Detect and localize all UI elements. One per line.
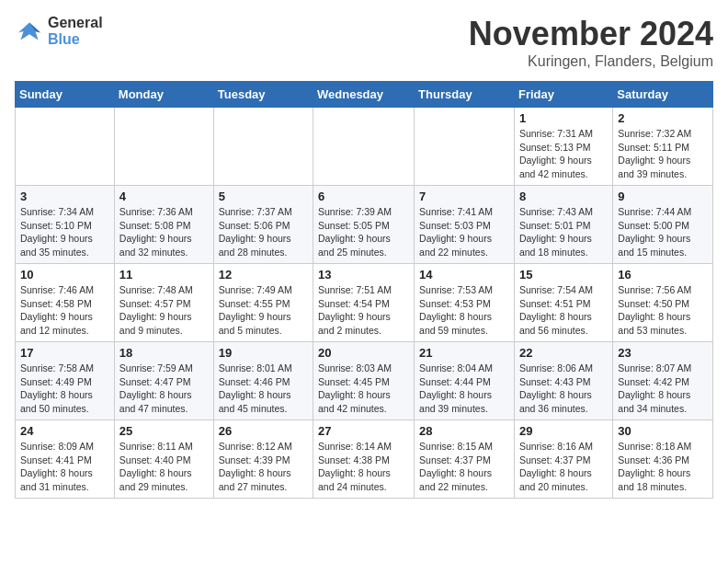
day-info: Sunrise: 7:51 AM Sunset: 4:54 PM Dayligh… (318, 283, 409, 338)
day-of-week-header: Sunday (16, 82, 115, 108)
calendar-cell: 17Sunrise: 7:58 AM Sunset: 4:49 PM Dayli… (16, 342, 115, 420)
calendar-cell: 3Sunrise: 7:34 AM Sunset: 5:10 PM Daylig… (16, 186, 115, 264)
day-number: 24 (20, 424, 109, 438)
calendar-week-row: 24Sunrise: 8:09 AM Sunset: 4:41 PM Dayli… (16, 420, 713, 499)
day-info: Sunrise: 7:49 AM Sunset: 4:55 PM Dayligh… (219, 283, 308, 338)
day-info: Sunrise: 7:43 AM Sunset: 5:01 PM Dayligh… (519, 205, 608, 259)
calendar-cell: 24Sunrise: 8:09 AM Sunset: 4:41 PM Dayli… (16, 420, 115, 499)
day-info: Sunrise: 8:12 AM Sunset: 4:39 PM Dayligh… (219, 440, 308, 494)
day-of-week-header: Tuesday (213, 82, 313, 108)
day-number: 18 (119, 346, 209, 360)
logo-text: General Blue (48, 15, 103, 48)
calendar-cell: 1Sunrise: 7:31 AM Sunset: 5:13 PM Daylig… (514, 108, 612, 186)
month-title: November 2024 (469, 15, 713, 53)
day-info: Sunrise: 7:53 AM Sunset: 4:53 PM Dayligh… (419, 283, 509, 338)
day-number: 26 (219, 424, 308, 438)
logo: General Blue (15, 15, 103, 48)
day-number: 2 (618, 111, 708, 125)
day-of-week-header: Wednesday (313, 82, 415, 108)
day-number: 16 (618, 268, 708, 282)
calendar-cell: 5Sunrise: 7:37 AM Sunset: 5:06 PM Daylig… (213, 186, 313, 264)
day-info: Sunrise: 8:04 AM Sunset: 4:44 PM Dayligh… (419, 362, 509, 416)
day-info: Sunrise: 7:41 AM Sunset: 5:03 PM Dayligh… (419, 205, 509, 259)
day-of-week-header: Saturday (613, 82, 713, 108)
day-info: Sunrise: 7:34 AM Sunset: 5:10 PM Dayligh… (20, 205, 109, 259)
day-info: Sunrise: 7:39 AM Sunset: 5:05 PM Dayligh… (318, 205, 409, 259)
day-number: 3 (20, 190, 109, 203)
calendar-cell (213, 108, 313, 186)
day-of-week-header: Monday (114, 82, 213, 108)
day-info: Sunrise: 8:11 AM Sunset: 4:40 PM Dayligh… (119, 440, 209, 494)
calendar-cell: 30Sunrise: 8:18 AM Sunset: 4:36 PM Dayli… (613, 420, 713, 499)
day-info: Sunrise: 8:15 AM Sunset: 4:37 PM Dayligh… (419, 440, 509, 494)
title-area: November 2024 Kuringen, Flanders, Belgiu… (469, 15, 713, 70)
day-number: 5 (219, 190, 308, 203)
day-info: Sunrise: 7:37 AM Sunset: 5:06 PM Dayligh… (219, 205, 308, 259)
calendar-cell: 29Sunrise: 8:16 AM Sunset: 4:37 PM Dayli… (514, 420, 612, 499)
calendar-cell: 7Sunrise: 7:41 AM Sunset: 5:03 PM Daylig… (415, 186, 515, 264)
day-number: 21 (419, 346, 509, 360)
day-info: Sunrise: 7:32 AM Sunset: 5:11 PM Dayligh… (618, 127, 708, 181)
calendar-cell: 14Sunrise: 7:53 AM Sunset: 4:53 PM Dayli… (415, 264, 515, 342)
day-number: 4 (119, 190, 209, 203)
calendar-cell: 20Sunrise: 8:03 AM Sunset: 4:45 PM Dayli… (313, 342, 415, 420)
calendar-cell: 23Sunrise: 8:07 AM Sunset: 4:42 PM Dayli… (613, 342, 713, 420)
day-of-week-header: Friday (514, 82, 612, 108)
day-number: 25 (119, 424, 209, 438)
day-info: Sunrise: 7:59 AM Sunset: 4:47 PM Dayligh… (119, 362, 209, 416)
calendar-cell: 27Sunrise: 8:14 AM Sunset: 4:38 PM Dayli… (313, 420, 415, 499)
calendar-cell: 28Sunrise: 8:15 AM Sunset: 4:37 PM Dayli… (415, 420, 515, 499)
day-info: Sunrise: 8:18 AM Sunset: 4:36 PM Dayligh… (618, 440, 708, 494)
calendar-table: SundayMondayTuesdayWednesdayThursdayFrid… (15, 81, 713, 499)
day-number: 11 (119, 268, 209, 282)
calendar-cell: 4Sunrise: 7:36 AM Sunset: 5:08 PM Daylig… (114, 186, 213, 264)
day-number: 20 (318, 346, 409, 360)
calendar-cell (114, 108, 213, 186)
day-info: Sunrise: 7:36 AM Sunset: 5:08 PM Dayligh… (119, 205, 209, 259)
calendar-cell: 16Sunrise: 7:56 AM Sunset: 4:50 PM Dayli… (613, 264, 713, 342)
calendar-week-row: 3Sunrise: 7:34 AM Sunset: 5:10 PM Daylig… (16, 186, 713, 264)
calendar-cell: 12Sunrise: 7:49 AM Sunset: 4:55 PM Dayli… (213, 264, 313, 342)
calendar-cell (313, 108, 415, 186)
calendar-cell (415, 108, 515, 186)
calendar-cell (16, 108, 115, 186)
location: Kuringen, Flanders, Belgium (469, 53, 713, 70)
calendar-cell: 6Sunrise: 7:39 AM Sunset: 5:05 PM Daylig… (313, 186, 415, 264)
calendar-week-row: 1Sunrise: 7:31 AM Sunset: 5:13 PM Daylig… (16, 108, 713, 186)
calendar-cell: 22Sunrise: 8:06 AM Sunset: 4:43 PM Dayli… (514, 342, 612, 420)
day-info: Sunrise: 8:14 AM Sunset: 4:38 PM Dayligh… (318, 440, 409, 494)
day-number: 23 (618, 346, 708, 360)
day-number: 27 (318, 424, 409, 438)
calendar-week-row: 10Sunrise: 7:46 AM Sunset: 4:58 PM Dayli… (16, 264, 713, 342)
day-number: 15 (519, 268, 608, 282)
day-info: Sunrise: 7:58 AM Sunset: 4:49 PM Dayligh… (20, 362, 109, 416)
day-number: 14 (419, 268, 509, 282)
calendar-cell: 25Sunrise: 8:11 AM Sunset: 4:40 PM Dayli… (114, 420, 213, 499)
day-info: Sunrise: 8:06 AM Sunset: 4:43 PM Dayligh… (519, 362, 608, 416)
day-info: Sunrise: 8:01 AM Sunset: 4:46 PM Dayligh… (219, 362, 308, 416)
day-info: Sunrise: 7:46 AM Sunset: 4:58 PM Dayligh… (20, 283, 109, 338)
calendar-cell: 13Sunrise: 7:51 AM Sunset: 4:54 PM Dayli… (313, 264, 415, 342)
day-number: 10 (20, 268, 109, 282)
day-info: Sunrise: 7:48 AM Sunset: 4:57 PM Dayligh… (119, 283, 209, 338)
page-header: General Blue November 2024 Kuringen, Fla… (15, 15, 713, 70)
day-number: 9 (618, 190, 708, 203)
day-number: 30 (618, 424, 708, 438)
calendar-cell: 26Sunrise: 8:12 AM Sunset: 4:39 PM Dayli… (213, 420, 313, 499)
calendar-cell: 10Sunrise: 7:46 AM Sunset: 4:58 PM Dayli… (16, 264, 115, 342)
day-number: 1 (519, 111, 608, 125)
calendar-cell: 21Sunrise: 8:04 AM Sunset: 4:44 PM Dayli… (415, 342, 515, 420)
day-number: 17 (20, 346, 109, 360)
day-number: 28 (419, 424, 509, 438)
calendar-week-row: 17Sunrise: 7:58 AM Sunset: 4:49 PM Dayli… (16, 342, 713, 420)
logo-icon (15, 17, 44, 46)
calendar-cell: 8Sunrise: 7:43 AM Sunset: 5:01 PM Daylig… (514, 186, 612, 264)
calendar-cell: 18Sunrise: 7:59 AM Sunset: 4:47 PM Dayli… (114, 342, 213, 420)
calendar-header-row: SundayMondayTuesdayWednesdayThursdayFrid… (16, 82, 713, 108)
calendar-cell: 11Sunrise: 7:48 AM Sunset: 4:57 PM Dayli… (114, 264, 213, 342)
day-number: 29 (519, 424, 608, 438)
calendar-cell: 15Sunrise: 7:54 AM Sunset: 4:51 PM Dayli… (514, 264, 612, 342)
calendar-cell: 19Sunrise: 8:01 AM Sunset: 4:46 PM Dayli… (213, 342, 313, 420)
day-info: Sunrise: 8:16 AM Sunset: 4:37 PM Dayligh… (519, 440, 608, 494)
day-info: Sunrise: 7:44 AM Sunset: 5:00 PM Dayligh… (618, 205, 708, 259)
